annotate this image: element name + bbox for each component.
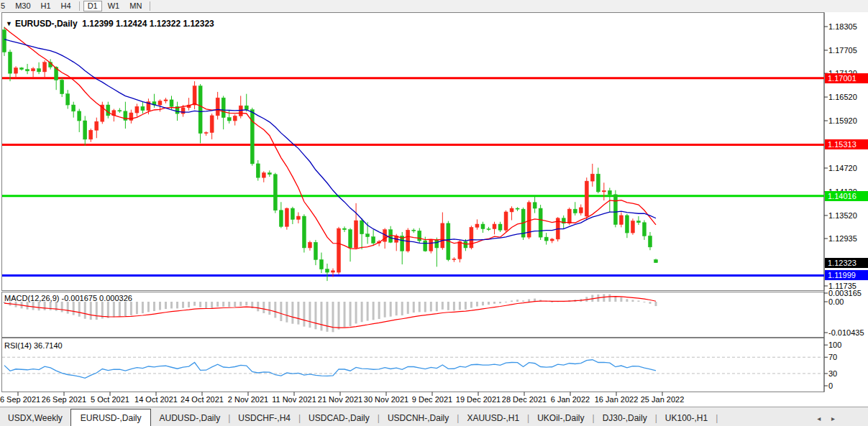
price-axis-tick[interactable]: 1.12935	[828, 234, 857, 244]
candle-body	[135, 106, 139, 113]
tab-usdcad-daily[interactable]: USDCAD-,Daily	[301, 410, 378, 426]
tab-dj30-daily[interactable]: DJ30-,Daily	[595, 410, 655, 426]
price-axis-tick[interactable]: 1.14720	[828, 164, 857, 173]
candle-body	[60, 80, 64, 93]
current-price-label[interactable]: 1.12323	[825, 258, 868, 268]
macd-histogram-bar	[384, 302, 386, 318]
date-axis-label[interactable]: 25 Jan 2022	[632, 395, 693, 404]
timeframe-button-h4[interactable]: H4	[57, 1, 76, 11]
candle-body	[319, 259, 323, 269]
chart-area[interactable]: ▼EURUSD-,Daily 1.12399 1.12424 1.12322 1…	[0, 12, 868, 407]
rsi-axis-tick[interactable]: 0	[828, 381, 833, 391]
timeframe-button-5[interactable]: 5	[0, 1, 9, 11]
macd-histogram-bar	[482, 302, 484, 305]
candle-body	[314, 242, 317, 259]
macd-histogram-bar	[620, 297, 622, 302]
candle-body	[516, 208, 519, 209]
macd-histogram-bar	[424, 302, 426, 312]
macd-histogram-bar	[73, 302, 75, 315]
tab-ukoil-daily[interactable]: UKOil-,Daily	[529, 410, 592, 426]
candle-body	[429, 240, 433, 251]
tab-xauusd-h1[interactable]: XAUUSD-,H1	[459, 410, 527, 426]
candle-body	[245, 106, 248, 109]
tab-usdchf-h4[interactable]: USDCHF-,H4	[230, 410, 298, 426]
macd-histogram-bar	[407, 302, 409, 314]
chart-canvas[interactable]	[0, 12, 868, 407]
candle-body	[642, 223, 646, 236]
macd-histogram-bar	[142, 302, 144, 313]
price-axis-tick[interactable]: 1.13520	[828, 211, 857, 221]
macd-histogram-bar	[401, 302, 403, 315]
candle-body	[227, 118, 231, 121]
candle-body	[302, 216, 306, 248]
tab-usdx-weekly[interactable]: USDX,Weekly	[0, 410, 70, 426]
macd-histogram-bar	[113, 302, 115, 318]
timeframe-button-mn[interactable]: MN	[125, 1, 146, 11]
macd-histogram-bar	[96, 302, 98, 320]
toolbar-separator	[150, 1, 150, 11]
macd-axis-tick[interactable]: -0.010435	[828, 328, 864, 338]
macd-histogram-bar	[165, 302, 167, 309]
candle-body	[608, 190, 611, 194]
macd-histogram-bar	[222, 302, 224, 307]
candle-body	[89, 130, 93, 139]
macd-histogram-bar	[61, 302, 63, 312]
hline-price-label-1.17001[interactable]: 1.17001	[825, 73, 868, 83]
candle-body	[106, 105, 110, 116]
macd-histogram-bar	[205, 302, 207, 308]
macd-histogram-bar	[453, 302, 455, 310]
macd-indicator-label: MACD(12,26,9) -0.001675 0.000326	[4, 294, 132, 302]
candle-body	[567, 209, 571, 223]
timeframe-button-d1[interactable]: D1	[83, 1, 102, 11]
rsi-axis-tick[interactable]: 30	[828, 369, 837, 379]
candle-body	[262, 173, 265, 178]
hline-price-label-1.14016[interactable]: 1.14016	[825, 191, 868, 201]
macd-histogram-bar	[124, 302, 127, 316]
tab-usdcnh-daily[interactable]: USDCNH-,Daily	[380, 410, 457, 426]
timeframe-button-m30[interactable]: M30	[11, 1, 35, 11]
candle-body	[332, 271, 335, 272]
chart-symbol-label: EURUSD-,Daily	[15, 19, 78, 29]
macd-histogram-bar	[38, 302, 40, 310]
candle-body	[325, 269, 329, 272]
hline-price-label-1.15313[interactable]: 1.15313	[825, 139, 868, 149]
macd-histogram-bar	[67, 302, 69, 314]
chevron-down-icon[interactable]: ▼	[6, 20, 12, 27]
macd-histogram-bar	[643, 302, 645, 302]
price-axis-tick[interactable]: 1.17705	[828, 46, 857, 55]
candle-body	[129, 113, 133, 120]
candle-body	[596, 174, 600, 192]
candle-body	[372, 237, 375, 244]
rsi-axis-tick[interactable]: 100	[828, 341, 841, 350]
candle-body	[37, 69, 41, 72]
macd-histogram-bar	[603, 294, 605, 302]
macd-axis-tick[interactable]: 0.00	[828, 297, 844, 307]
candle-body	[26, 70, 29, 71]
macd-histogram-bar	[291, 302, 293, 324]
tab-scroll-arrows[interactable]: ◂ ▸	[817, 415, 839, 426]
candle-body	[493, 224, 496, 229]
timeframe-button-h1[interactable]: H1	[37, 1, 55, 11]
hline-price-label-1.11999[interactable]: 1.11999	[825, 270, 868, 280]
macd-histogram-bar	[344, 302, 346, 328]
timeframe-button-w1[interactable]: W1	[104, 1, 124, 11]
candle-body	[579, 208, 583, 213]
candle-body	[625, 216, 629, 233]
macd-histogram-bar	[84, 302, 86, 319]
price-axis-tick[interactable]: 1.15920	[828, 116, 857, 126]
rsi-axis-tick[interactable]: 70	[828, 353, 837, 362]
macd-histogram-bar	[199, 302, 201, 307]
candle-body	[406, 230, 410, 251]
candle-body	[533, 203, 536, 208]
tab-eurusd-daily[interactable]: EURUSD-,Daily	[70, 409, 152, 426]
candle-body	[452, 259, 456, 259]
candle-body	[544, 237, 548, 241]
price-axis-tick[interactable]: 1.16520	[828, 93, 857, 102]
tab-uk100-h1[interactable]: UK100-,H1	[657, 410, 716, 426]
price-axis-tick[interactable]: 1.18305	[828, 22, 857, 32]
macd-histogram-bar	[465, 302, 467, 310]
candle-body	[221, 98, 225, 117]
macd-histogram-bar	[493, 302, 495, 304]
macd-histogram-bar	[245, 302, 247, 305]
tab-audusd-daily[interactable]: AUDUSD-,Daily	[151, 410, 228, 426]
